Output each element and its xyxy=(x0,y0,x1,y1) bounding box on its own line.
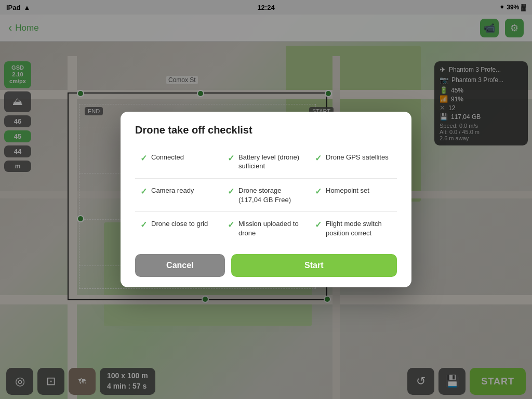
check-label-1: Connected xyxy=(151,153,184,162)
check-label-3: Drone GPS satellites xyxy=(326,153,389,162)
check-label-4: Camera ready xyxy=(151,186,194,195)
modal-title: Drone take off checklist xyxy=(135,124,397,136)
checklist-item-8: ✓ Mission uploaded to drone xyxy=(222,212,310,245)
modal-overlay: Drone take off checklist ✓ Connected ✓ B… xyxy=(0,0,532,399)
start-button[interactable]: Start xyxy=(231,254,397,277)
check-label-8: Mission uploaded to drone xyxy=(238,219,304,237)
checklist-modal: Drone take off checklist ✓ Connected ✓ B… xyxy=(121,112,411,287)
checklist-item-2: ✓ Battery level (drone) sufficient xyxy=(222,145,310,179)
check-label-2: Battery level (drone) sufficient xyxy=(238,153,304,171)
check-label-7: Drone close to grid xyxy=(151,219,208,229)
cancel-button[interactable]: Cancel xyxy=(135,254,225,277)
check-icon-4: ✓ xyxy=(140,187,147,196)
check-icon-3: ✓ xyxy=(315,153,322,163)
checklist-item-1: ✓ Connected xyxy=(135,145,222,179)
check-label-5: Drone storage (117,04 GB Free) xyxy=(238,186,304,204)
checklist-grid: ✓ Connected ✓ Battery level (drone) suff… xyxy=(135,145,397,245)
modal-buttons: Cancel Start xyxy=(135,254,397,277)
check-icon-2: ✓ xyxy=(228,153,234,163)
checklist-item-9: ✓ Flight mode switch position correct xyxy=(310,212,397,245)
checklist-item-5: ✓ Drone storage (117,04 GB Free) xyxy=(222,179,310,212)
checklist-item-4: ✓ Camera ready xyxy=(135,179,222,212)
check-label-9: Flight mode switch position correct xyxy=(326,219,392,237)
check-label-6: Homepoint set xyxy=(326,186,369,195)
check-icon-9: ✓ xyxy=(315,220,322,230)
checklist-item-6: ✓ Homepoint set xyxy=(310,179,397,212)
checklist-item-7: ✓ Drone close to grid xyxy=(135,212,222,245)
check-icon-5: ✓ xyxy=(228,187,234,196)
check-icon-7: ✓ xyxy=(140,220,147,230)
check-icon-6: ✓ xyxy=(315,187,322,196)
check-icon-8: ✓ xyxy=(228,220,234,230)
check-icon-1: ✓ xyxy=(140,153,147,163)
checklist-item-3: ✓ Drone GPS satellites xyxy=(310,145,397,179)
